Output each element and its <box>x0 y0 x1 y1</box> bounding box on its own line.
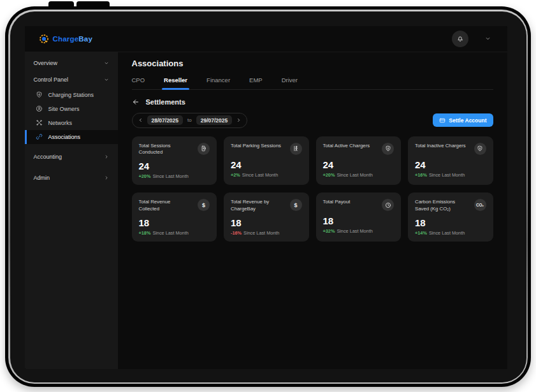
charger-shield-icon <box>477 145 483 152</box>
networks-icon <box>36 119 43 126</box>
chevron-right-icon <box>104 175 109 180</box>
main-content: Associations CPO Reseller Financer EMP D… <box>118 52 507 369</box>
chevron-right-icon <box>104 154 109 159</box>
stat-cards-grid: Total Sessions Conducted 24 +20%Since La… <box>132 136 493 242</box>
card-title: Total Active Chargers <box>323 143 373 150</box>
tab-driver[interactable]: Driver <box>282 76 298 89</box>
payment-card-icon <box>439 117 445 124</box>
sidebar-item-admin[interactable]: Admin <box>25 170 118 186</box>
sidebar-item-label: Control Panel <box>34 76 69 83</box>
charging-session-icon <box>201 145 207 152</box>
parking-person-icon <box>293 145 299 152</box>
tablet-bezel: ChargeBay <box>10 11 526 382</box>
date-end[interactable]: 29/07/2025 <box>196 115 233 125</box>
tab-financer[interactable]: Financer <box>206 76 230 89</box>
tab-cpo[interactable]: CPO <box>132 76 145 89</box>
card-title: Total Revenue Collected <box>139 199 194 213</box>
card-total-parking-sessions: Total Parking Sessions 24 +2%Since Last … <box>224 136 309 185</box>
card-change: +18%Since Last Month <box>139 230 210 236</box>
card-change: +32%Since Last Month <box>323 228 395 234</box>
card-title: Total Payout <box>323 199 354 206</box>
card-total-inactive-chargers: Total Inactive Chargers 24 +16%Since Las… <box>408 136 493 185</box>
associations-link-icon <box>36 133 43 140</box>
sidebar-item-associations[interactable]: Associations <box>25 130 118 144</box>
card-carbon-emissions-saved: Carbon Emissions Saved (Kg CO₂) CO₂ 18 +… <box>408 192 493 242</box>
card-total-revenue-by-chargebay: Total Revenue by ChargeBay $ 18 -16%Sinc… <box>224 192 309 242</box>
charger-shield-icon <box>385 145 391 152</box>
screen: ChargeBay <box>25 26 507 369</box>
date-range-picker: 28/07/2025 to 29/07/2025 <box>132 113 248 128</box>
sidebar-item-label: Overview <box>34 60 58 66</box>
chevron-down-icon <box>485 36 491 41</box>
logo-text: ChargeBay <box>53 35 93 43</box>
charging-station-icon <box>36 91 43 98</box>
page-title: Associations <box>132 59 493 68</box>
card-total-payout: Total Payout 18 +32%Since Last Month <box>316 192 402 242</box>
sidebar-item-label: Charging Stations <box>48 92 94 98</box>
user-menu-chevron[interactable] <box>485 36 491 41</box>
settle-account-button[interactable]: Settle Account <box>433 113 493 127</box>
sidebar-item-label: Associations <box>48 134 81 140</box>
card-value: 24 <box>323 159 395 170</box>
page: ChargeBay <box>0 0 536 392</box>
card-change: +20%Since Last Month <box>323 172 395 178</box>
sidebar-item-label: Admin <box>34 175 50 181</box>
co2-icon: CO₂ <box>477 202 483 208</box>
tablet-rim: ChargeBay <box>8 10 528 384</box>
tablet-frame: ChargeBay <box>5 6 531 387</box>
card-value: 24 <box>139 161 210 171</box>
card-value: 18 <box>139 217 210 228</box>
card-change: +14%Since Last Month <box>415 230 486 236</box>
card-title: Total Inactive Chargers <box>415 143 469 150</box>
settlements-title: Settlements <box>146 98 185 106</box>
chevron-down-icon <box>104 61 109 66</box>
card-change: +2%Since Last Month <box>231 172 302 178</box>
arrow-left-icon <box>132 98 140 106</box>
card-title: Total Revenue by ChargeBay <box>231 199 286 213</box>
card-title: Total Parking Sessions <box>231 143 284 150</box>
bell-icon <box>456 35 464 43</box>
sidebar-item-label: Networks <box>48 120 73 126</box>
date-prev-button[interactable] <box>138 118 143 122</box>
sidebar-item-accounting[interactable]: Accounting <box>25 149 118 165</box>
sidebar-item-label: Site Owners <box>48 106 80 112</box>
card-change: -16%Since Last Month <box>231 230 302 236</box>
topbar: ChargeBay <box>25 26 507 52</box>
card-title: Total Sessions Conducted <box>139 143 194 157</box>
clock-icon <box>385 202 391 208</box>
chargebay-logo-icon <box>39 34 49 44</box>
sidebar-item-charging-stations[interactable]: Charging Stations <box>25 88 118 102</box>
sidebar: Overview Control Panel <box>25 52 118 369</box>
date-next-button[interactable] <box>236 118 241 122</box>
card-value: 18 <box>415 217 486 228</box>
card-total-active-chargers: Total Active Chargers 24 +20%Since Last … <box>316 136 402 185</box>
back-button[interactable] <box>132 98 140 106</box>
notification-bell-button[interactable] <box>452 31 468 47</box>
card-value: 18 <box>323 215 395 226</box>
card-value: 24 <box>231 159 302 170</box>
card-total-sessions-conducted: Total Sessions Conducted 24 +20%Since La… <box>132 136 217 185</box>
dollar-icon: $ <box>293 202 299 208</box>
sidebar-item-overview[interactable]: Overview <box>25 55 118 71</box>
date-separator: to <box>187 117 192 123</box>
settle-account-label: Settle Account <box>449 117 486 124</box>
chevron-down-icon <box>104 77 109 82</box>
card-title: Carbon Emissions Saved (Kg CO₂) <box>415 199 470 213</box>
tab-bar: CPO Reseller Financer EMP Driver <box>132 76 493 90</box>
tab-emp[interactable]: EMP <box>249 76 263 89</box>
chargebay-logo: ChargeBay <box>39 34 93 44</box>
sidebar-item-label: Accounting <box>34 154 62 160</box>
date-start[interactable]: 28/07/2025 <box>147 115 184 125</box>
sidebar-item-networks[interactable]: Networks <box>25 116 118 130</box>
card-total-revenue-collected: Total Revenue Collected $ 18 +18%Since L… <box>132 192 217 242</box>
dollar-icon: $ <box>201 202 207 208</box>
card-value: 24 <box>415 159 486 170</box>
sidebar-item-site-owners[interactable]: Site Owners <box>25 102 118 116</box>
tab-reseller[interactable]: Reseller <box>164 76 187 89</box>
site-owners-icon <box>36 105 43 112</box>
card-change: +20%Since Last Month <box>139 173 210 179</box>
card-value: 18 <box>231 217 302 228</box>
card-change: +16%Since Last Month <box>415 172 486 178</box>
sidebar-item-control-panel[interactable]: Control Panel <box>25 71 118 88</box>
